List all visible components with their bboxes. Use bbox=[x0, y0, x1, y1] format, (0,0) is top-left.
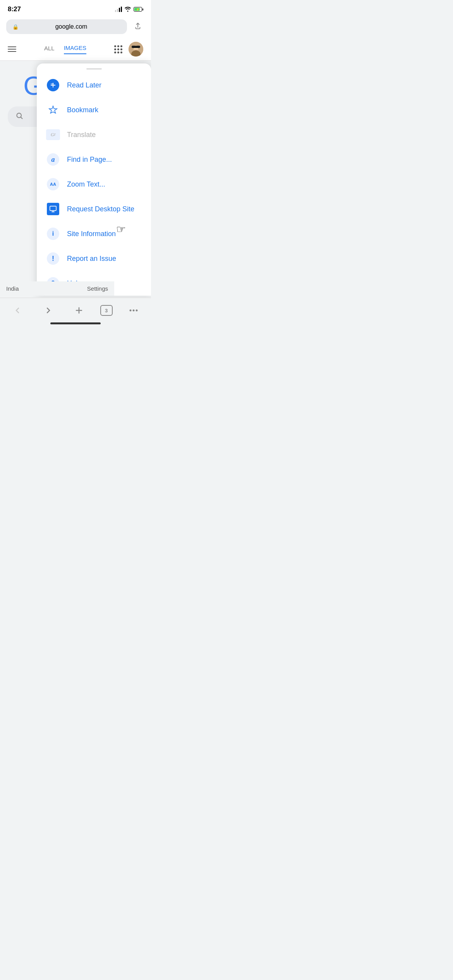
nav-right bbox=[114, 42, 143, 57]
url-bar[interactable]: 🔒 google.com bbox=[6, 19, 127, 34]
site-information-label: Site Information bbox=[67, 230, 116, 238]
svg-rect-13 bbox=[50, 206, 56, 211]
translate-icon: GT bbox=[46, 128, 60, 142]
request-desktop-icon bbox=[46, 202, 60, 216]
menu-item-find-in-page[interactable]: a Find in Page... bbox=[37, 147, 151, 172]
menu-item-bookmark[interactable]: Bookmark bbox=[37, 98, 151, 122]
tab-images[interactable]: IMAGES bbox=[64, 45, 86, 54]
zoom-text-icon: AA bbox=[46, 177, 60, 191]
more-options-button[interactable] bbox=[124, 302, 143, 319]
footer-content: India Settings bbox=[0, 281, 114, 296]
grid-dot bbox=[120, 45, 122, 47]
nav-tabs: ALL IMAGES bbox=[44, 45, 86, 54]
url-text: google.com bbox=[22, 23, 121, 30]
request-desktop-label: Request Desktop Site bbox=[67, 205, 134, 213]
add-tab-button[interactable] bbox=[69, 302, 89, 319]
status-time: 8:27 bbox=[8, 5, 21, 13]
menu-item-read-later[interactable]: Read Later bbox=[37, 73, 151, 98]
signal-bars-icon bbox=[115, 7, 122, 12]
menu-item-request-desktop[interactable]: Request Desktop Site bbox=[37, 197, 151, 221]
share-button[interactable] bbox=[131, 20, 145, 34]
menu-item-zoom-text[interactable]: AA Zoom Text... bbox=[37, 172, 151, 197]
site-information-icon: i bbox=[46, 227, 60, 241]
hamburger-menu[interactable] bbox=[8, 46, 16, 52]
svg-rect-11 bbox=[51, 84, 54, 84]
menu-item-site-information[interactable]: i Site Information bbox=[37, 221, 151, 246]
tabs-count: 3 bbox=[105, 308, 108, 314]
grid-dot bbox=[120, 48, 122, 50]
read-later-icon bbox=[46, 78, 60, 92]
grid-dot bbox=[120, 51, 122, 53]
find-in-page-label: Find in Page... bbox=[67, 156, 112, 164]
settings-text: Settings bbox=[87, 285, 108, 292]
status-bar: 8:27 ⚡ bbox=[0, 0, 151, 16]
svg-rect-12 bbox=[51, 85, 53, 86]
read-later-label: Read Later bbox=[67, 81, 101, 89]
grid-dot bbox=[114, 51, 116, 53]
context-menu: Read Later Bookmark GT Translate a Find … bbox=[37, 63, 151, 296]
find-in-page-icon: a bbox=[46, 152, 60, 166]
grid-dot bbox=[117, 48, 119, 50]
translate-label: Translate bbox=[67, 131, 96, 139]
hamburger-line bbox=[8, 51, 16, 52]
home-indicator bbox=[50, 322, 101, 324]
hamburger-line bbox=[8, 49, 16, 50]
svg-point-19 bbox=[133, 310, 135, 312]
svg-rect-7 bbox=[132, 46, 140, 48]
forward-button[interactable] bbox=[39, 302, 58, 319]
back-button[interactable] bbox=[8, 302, 27, 319]
google-nav: ALL IMAGES bbox=[0, 38, 151, 61]
report-issue-icon: ! bbox=[46, 252, 60, 266]
bookmark-label: Bookmark bbox=[67, 106, 98, 114]
grid-dot bbox=[117, 51, 119, 53]
grid-dot bbox=[117, 45, 119, 47]
menu-item-report-issue[interactable]: ! Report an Issue bbox=[37, 246, 151, 271]
status-icons: ⚡ bbox=[115, 6, 143, 13]
report-issue-label: Report an Issue bbox=[67, 255, 116, 263]
apps-grid-icon[interactable] bbox=[114, 45, 122, 53]
wifi-icon bbox=[124, 6, 131, 13]
bookmark-icon bbox=[46, 103, 60, 117]
battery-icon: ⚡ bbox=[134, 7, 143, 12]
share-icon bbox=[134, 22, 142, 32]
tab-all[interactable]: ALL bbox=[44, 45, 55, 54]
grid-dot bbox=[114, 45, 116, 47]
menu-item-translate[interactable]: GT Translate bbox=[37, 122, 151, 147]
grid-dot bbox=[114, 48, 116, 50]
url-bar-container: 🔒 google.com bbox=[0, 16, 151, 38]
svg-point-18 bbox=[130, 310, 132, 312]
hamburger-line bbox=[8, 46, 16, 47]
menu-drag-handle bbox=[86, 68, 102, 70]
svg-point-20 bbox=[136, 310, 138, 312]
lock-icon: 🔒 bbox=[12, 24, 19, 30]
user-avatar[interactable] bbox=[129, 42, 143, 57]
search-icon bbox=[15, 112, 23, 122]
zoom-text-label: Zoom Text... bbox=[67, 180, 105, 188]
tabs-count-button[interactable]: 3 bbox=[100, 305, 113, 316]
india-text: India bbox=[6, 285, 19, 292]
